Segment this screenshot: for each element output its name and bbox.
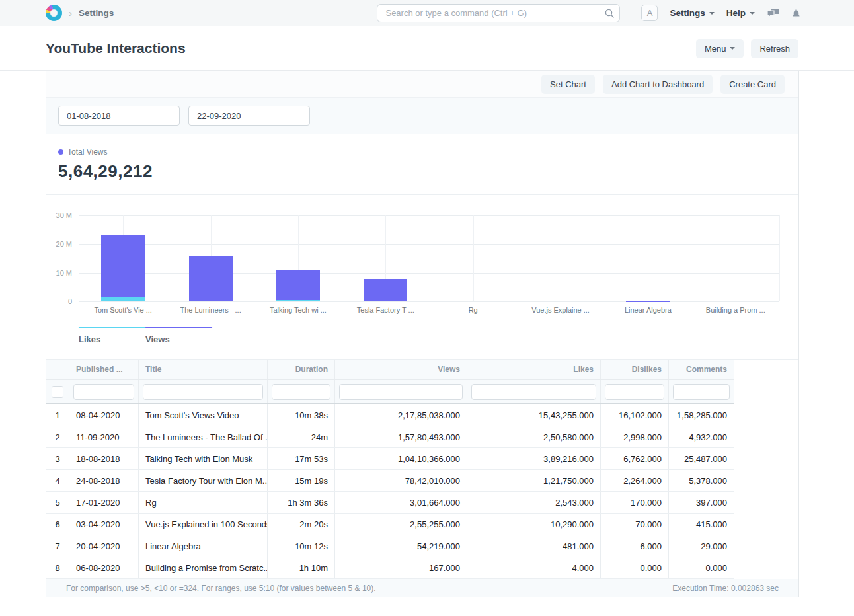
table-cell[interactable]: 4 — [46, 470, 69, 491]
table-cell[interactable]: Tom Scott's Views Video — [139, 404, 268, 426]
table-cell[interactable]: 54,219.000 — [335, 535, 467, 557]
table-cell[interactable]: 1h 3m 36s — [268, 492, 335, 513]
create-card-button[interactable]: Create Card — [720, 75, 785, 94]
column-header-comments[interactable]: Comments — [669, 360, 734, 379]
table-cell[interactable]: Linear Algebra — [139, 535, 268, 557]
table-cell[interactable]: 1,21,750.000 — [467, 470, 601, 491]
column-header-title[interactable]: Title — [139, 360, 268, 379]
table-cell[interactable]: Vue.js Explained in 100 Seconds — [139, 514, 268, 535]
table-cell[interactable]: 11-09-2020 — [69, 426, 139, 447]
chart-bar[interactable] — [189, 256, 233, 301]
breadcrumb-settings-link[interactable]: Settings — [79, 8, 114, 18]
menu-button[interactable]: Menu — [696, 39, 744, 58]
table-cell[interactable]: 4,932.000 — [669, 426, 734, 447]
table-cell[interactable]: 3 — [46, 448, 69, 469]
chart-bar[interactable] — [539, 301, 582, 301]
table-cell[interactable]: 2,998.000 — [601, 426, 669, 447]
table-cell[interactable]: 25,487.000 — [669, 448, 734, 469]
set-chart-button[interactable]: Set Chart — [541, 75, 595, 94]
table-cell[interactable]: 2 — [46, 426, 69, 447]
column-filter-input[interactable] — [339, 384, 463, 400]
column-filter-input[interactable] — [73, 384, 134, 400]
table-cell[interactable]: Rg — [139, 492, 268, 513]
table-cell[interactable]: 8 — [46, 557, 69, 578]
table-cell[interactable]: 167.000 — [335, 557, 467, 578]
chart-bar[interactable] — [364, 278, 407, 301]
help-menu[interactable]: Help — [726, 8, 755, 18]
table-cell[interactable]: 2m 20s — [268, 514, 335, 535]
legend-item-views[interactable]: Views — [145, 327, 212, 344]
legend-item-likes[interactable]: Likes — [79, 327, 145, 344]
table-cell[interactable]: 7 — [46, 535, 69, 557]
from-date-input[interactable] — [58, 106, 180, 126]
table-cell[interactable]: 3,01,664.000 — [335, 492, 467, 513]
table-cell[interactable]: 10,290.000 — [467, 514, 601, 535]
add-chart-to-dashboard-button[interactable]: Add Chart to Dashboard — [603, 75, 713, 94]
column-header-likes[interactable]: Likes — [467, 360, 601, 379]
refresh-button[interactable]: Refresh — [751, 39, 798, 58]
chart-bar[interactable] — [101, 235, 145, 301]
table-cell[interactable]: 0.000 — [601, 557, 669, 578]
table-cell[interactable]: 18-08-2018 — [69, 448, 139, 469]
column-filter-input[interactable] — [605, 384, 664, 400]
search-icon[interactable] — [604, 8, 615, 21]
settings-menu[interactable]: Settings — [670, 8, 714, 18]
table-cell[interactable]: 1 — [46, 404, 69, 426]
table-cell[interactable]: 16,102.000 — [601, 404, 669, 426]
table-cell[interactable]: 3,89,216.000 — [467, 448, 601, 469]
table-cell[interactable]: 08-04-2020 — [69, 404, 139, 426]
notifications-bell-icon[interactable] — [791, 8, 801, 19]
column-filter-input[interactable] — [471, 384, 596, 400]
table-cell[interactable]: 1,04,10,366.000 — [335, 448, 467, 469]
app-logo[interactable] — [46, 5, 62, 21]
table-cell[interactable]: 78,42,010.000 — [335, 470, 467, 491]
table-cell[interactable]: 6 — [46, 514, 69, 535]
table-cell[interactable]: 2,50,580.000 — [467, 426, 601, 447]
column-header-duration[interactable]: Duration — [268, 360, 335, 379]
table-cell[interactable]: 17m 53s — [268, 448, 335, 469]
table-cell[interactable]: 397.000 — [669, 492, 734, 513]
table-cell[interactable]: 03-04-2020 — [69, 514, 139, 535]
column-header-select[interactable] — [46, 360, 69, 379]
table-cell[interactable]: 4.000 — [467, 557, 601, 578]
table-cell[interactable]: 15,43,255.000 — [467, 404, 601, 426]
chart-bar[interactable] — [276, 270, 320, 301]
table-cell[interactable]: 70.000 — [601, 514, 669, 535]
column-header-views[interactable]: Views — [335, 360, 467, 379]
table-cell[interactable]: 29.000 — [669, 535, 734, 557]
to-date-input[interactable] — [188, 106, 310, 126]
table-cell[interactable]: 1,57,80,493.000 — [335, 426, 467, 447]
table-cell[interactable]: 6.000 — [601, 535, 669, 557]
column-filter-input[interactable] — [143, 384, 263, 400]
table-cell[interactable]: 5,378.000 — [669, 470, 734, 491]
table-cell[interactable]: 481.000 — [467, 535, 601, 557]
table-cell[interactable]: 2,264.000 — [601, 470, 669, 491]
table-cell[interactable]: The Lumineers - The Ballad Of ... — [139, 426, 268, 447]
table-cell[interactable]: 2,17,85,038.000 — [335, 404, 467, 426]
table-cell[interactable]: 24m — [268, 426, 335, 447]
table-cell[interactable]: 10m 38s — [268, 404, 335, 426]
table-cell[interactable]: 0.000 — [669, 557, 734, 578]
avatar[interactable]: A — [641, 5, 658, 21]
table-cell[interactable]: Building a Promise from Scratc... — [139, 557, 268, 578]
column-filter-input[interactable] — [673, 384, 730, 400]
table-cell[interactable]: 2,55,255.000 — [335, 514, 467, 535]
table-cell[interactable]: Tesla Factory Tour with Elon M... — [139, 470, 268, 491]
feedback-icon[interactable] — [767, 8, 779, 19]
table-cell[interactable]: 5 — [46, 492, 69, 513]
table-cell[interactable]: 10m 12s — [268, 535, 335, 557]
table-cell[interactable]: 24-08-2018 — [69, 470, 139, 491]
select-all-box[interactable] — [52, 386, 63, 398]
table-cell[interactable]: 1h 10m — [268, 557, 335, 578]
column-header-published[interactable]: Published ... — [69, 360, 139, 379]
table-cell[interactable]: 415.000 — [669, 514, 734, 535]
table-cell[interactable]: 1,58,285.000 — [669, 404, 734, 426]
column-filter-input[interactable] — [272, 384, 330, 400]
table-cell[interactable]: 15m 19s — [268, 470, 335, 491]
search-input[interactable] — [377, 4, 620, 22]
table-cell[interactable]: 20-04-2020 — [69, 535, 139, 557]
chart-bar[interactable] — [451, 301, 495, 301]
table-cell[interactable]: 170.000 — [601, 492, 669, 513]
column-header-dislikes[interactable]: Dislikes — [601, 360, 669, 379]
table-cell[interactable]: 2,543.000 — [467, 492, 601, 513]
